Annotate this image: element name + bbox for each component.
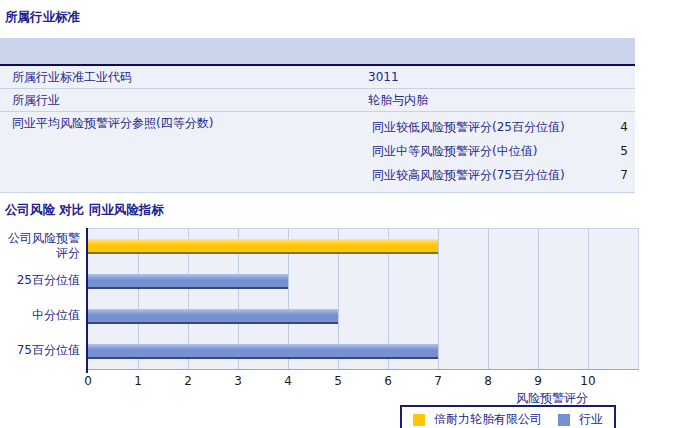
subrow-median: 同业中等风险预警评分(中位值) 5	[368, 139, 635, 163]
x-tick-label: 7	[434, 374, 442, 388]
x-tick-label: 3	[234, 374, 242, 388]
subrow-label: 同业中等风险预警评分(中位值)	[372, 143, 537, 160]
y-category-label: 公司风险预警评分	[0, 228, 82, 263]
subrow-value: 5	[620, 144, 628, 158]
chart-section-title: 公司风险 对比 同业风险指标	[0, 193, 689, 219]
industry-standard-table: 所属行业标准工业代码 3011 所属行业 轮胎与内胎 同业平均风险预警评分参照(…	[0, 38, 635, 193]
x-tick-label: 9	[534, 374, 542, 388]
table-row-peer-scores: 同业平均风险预警评分参照(四等分数) 同业较低风险预警评分(25百分位值) 4 …	[0, 112, 635, 193]
row-label: 所属行业	[0, 89, 368, 111]
gridline	[438, 229, 439, 369]
legend-swatch	[413, 414, 425, 426]
subrow-25th-percentile: 同业较低风险预警评分(25百分位值) 4	[368, 115, 635, 139]
bar-中分位值	[88, 309, 338, 324]
peer-score-subtable: 同业较低风险预警评分(25百分位值) 4 同业中等风险预警评分(中位值) 5 同…	[368, 112, 635, 192]
gridline	[538, 229, 539, 369]
legend-item: 行业	[558, 411, 603, 428]
row-label: 所属行业标准工业代码	[0, 66, 368, 88]
plot-area	[88, 228, 639, 370]
x-tick-label: 10	[580, 374, 595, 388]
x-tick-label: 1	[134, 374, 142, 388]
row-label: 同业平均风险预警评分参照(四等分数)	[0, 112, 368, 134]
legend-series-label: 倍耐力轮胎有限公司	[434, 411, 542, 428]
subrow-value: 7	[620, 168, 628, 182]
x-tick-label: 8	[484, 374, 492, 388]
row-value: 3011	[368, 66, 635, 88]
subrow-value: 4	[620, 120, 628, 134]
x-tick-label: 5	[334, 374, 342, 388]
x-tick-label: 0	[84, 374, 92, 388]
y-category-label: 中分位值	[0, 298, 82, 333]
y-category-label: 75百分位值	[0, 333, 82, 368]
legend-item: 倍耐力轮胎有限公司	[413, 411, 542, 428]
table-row-industry: 所属行业 轮胎与内胎	[0, 89, 635, 112]
x-tick-label: 4	[284, 374, 292, 388]
bar-公司风险预警评分	[88, 239, 438, 254]
x-tick-label: 6	[384, 374, 392, 388]
y-category-label: 25百分位值	[0, 263, 82, 298]
gridline	[488, 229, 489, 369]
gridline	[588, 229, 589, 369]
bar-75百分位值	[88, 344, 438, 359]
subrow-75th-percentile: 同业较高风险预警评分(75百分位值) 7	[368, 163, 635, 187]
bar-25百分位值	[88, 274, 288, 289]
legend-series-label: 行业	[579, 411, 603, 428]
row-value: 轮胎与内胎	[368, 89, 635, 111]
y-axis-labels: 公司风险预警评分25百分位值中分位值75百分位值	[0, 228, 82, 368]
risk-comparison-bar-chart: 公司风险预警评分25百分位值中分位值75百分位值 012345678910 风险…	[0, 228, 689, 428]
subrow-label: 同业较高风险预警评分(75百分位值)	[372, 167, 565, 184]
table-row-industry-code: 所属行业标准工业代码 3011	[0, 66, 635, 89]
legend: 倍耐力轮胎有限公司行业	[400, 405, 616, 428]
page: 所属行业标准 所属行业标准工业代码 3011 所属行业 轮胎与内胎 同业平均风险…	[0, 0, 689, 428]
industry-section-title: 所属行业标准	[0, 0, 689, 26]
legend-swatch	[558, 414, 570, 426]
table-header-band	[0, 38, 635, 66]
subrow-label: 同业较低风险预警评分(25百分位值)	[372, 119, 565, 136]
x-tick-label: 2	[184, 374, 192, 388]
x-axis-ticks: 012345678910	[88, 373, 638, 389]
